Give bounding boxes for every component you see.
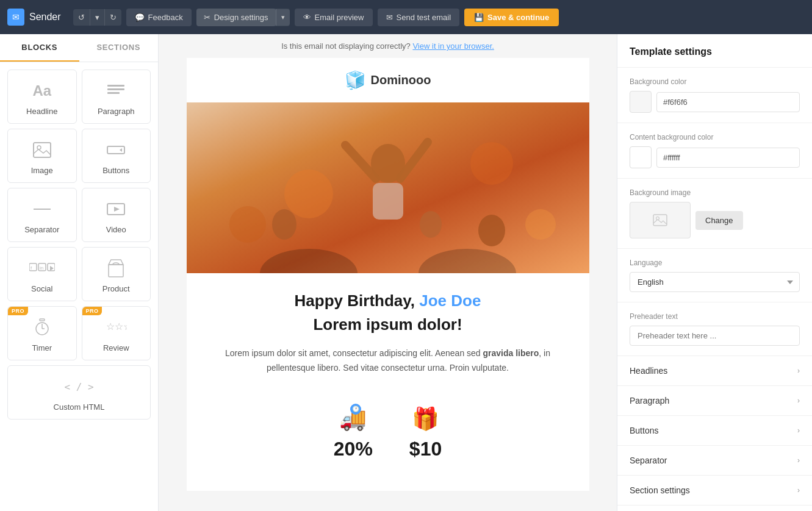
svg-point-4	[37, 146, 41, 149]
block-review[interactable]: PRO ☆☆☆ Review	[82, 306, 151, 360]
block-social[interactable]: f in Social	[7, 247, 77, 301]
svg-rect-1	[107, 88, 124, 90]
pro-badge-review: PRO	[82, 307, 102, 315]
svg-text:f: f	[31, 265, 32, 271]
feedback-label: Feedback	[148, 13, 183, 22]
block-video-label: Video	[106, 225, 126, 234]
pro-badge-timer: PRO	[8, 307, 28, 315]
chevron-right-icon-buttons: ›	[797, 426, 800, 435]
custom-html-icon: < / >	[64, 376, 93, 398]
save-continue-button[interactable]: 💾 Save & continue	[464, 9, 559, 26]
send-test-label: Send test email	[397, 13, 451, 22]
headline-icon: Aa	[32, 80, 51, 102]
bg-image-section: Background image Change	[617, 179, 812, 249]
email-title-highlight: Joe Doe	[419, 291, 481, 310]
preheader-input[interactable]	[630, 326, 800, 346]
offer-gift: 🎁 $10	[409, 406, 442, 460]
top-bar-link[interactable]: View it in your browser.	[412, 41, 494, 51]
change-bg-image-button[interactable]: Change	[695, 211, 743, 230]
email-offers: 🚚 🕐 20% 🎁 $10	[211, 394, 565, 473]
block-video[interactable]: Video	[82, 188, 151, 242]
dropdown-button[interactable]: ▾	[90, 9, 105, 26]
email-preview-button[interactable]: 👁 Email preview	[295, 9, 373, 26]
svg-point-33	[420, 211, 442, 238]
block-separator[interactable]: Separator	[7, 188, 77, 242]
bold-text: gravida libero	[483, 348, 539, 358]
left-panel: BLOCKS SECTIONS Aa Headline Paragraph	[0, 34, 159, 511]
separator-icon	[32, 198, 52, 220]
paragraph-icon	[106, 80, 126, 102]
timer-icon	[32, 316, 52, 338]
email-logo-text: Dominooo	[371, 73, 431, 87]
offer-shipping: 🚚 🕐 20%	[334, 406, 373, 460]
accordion-section-settings: Section settings ›	[617, 476, 812, 506]
chevron-right-icon-section-settings: ›	[797, 486, 800, 495]
svg-marker-9	[114, 207, 120, 212]
logo-icon: ✉	[7, 9, 24, 26]
language-select[interactable]: English Spanish French German	[630, 272, 800, 292]
accordion-section-settings-header[interactable]: Section settings ›	[617, 476, 812, 505]
block-buttons[interactable]: Buttons	[82, 129, 151, 183]
send-test-button[interactable]: ✉ Send test email	[378, 9, 460, 26]
logo-cube-icon: 🧊	[345, 70, 366, 90]
chevron-down-icon: ▾	[95, 13, 99, 22]
undo-button[interactable]: ↺	[73, 9, 90, 26]
background-color-section: Background color	[617, 68, 812, 123]
block-image-label: Image	[31, 166, 53, 175]
preheader-label: Preheader text	[630, 312, 800, 321]
block-paragraph[interactable]: Paragraph	[82, 70, 151, 124]
bg-image-label: Background image	[630, 188, 800, 197]
email-hero-image	[187, 102, 589, 273]
svg-point-32	[478, 215, 505, 246]
accordion-buttons-label: Buttons	[630, 426, 658, 435]
email-logo: 🧊 Dominooo	[199, 70, 577, 90]
top-bar-text: Is this email not displaying correctly?	[281, 41, 412, 51]
chevron-right-icon-separator: ›	[797, 456, 800, 465]
email-subtitle: Lorem ipsum dolor!	[211, 315, 565, 334]
block-custom-html[interactable]: < / > Custom HTML	[7, 365, 151, 420]
tab-sections[interactable]: SECTIONS	[79, 34, 159, 62]
block-product[interactable]: Product	[82, 247, 151, 301]
bg-color-swatch[interactable]	[630, 91, 652, 113]
email-header: 🧊 Dominooo	[187, 58, 589, 102]
email-title-part1: Happy Birthday,	[295, 291, 420, 310]
change-btn-label: Change	[705, 216, 733, 225]
accordion-paragraph-header[interactable]: Paragraph ›	[617, 386, 812, 415]
app-logo: ✉ Sender	[7, 9, 61, 26]
feedback-button[interactable]: 💬 Feedback	[126, 9, 192, 26]
content-bg-input[interactable]	[656, 148, 800, 168]
block-image[interactable]: Image	[7, 129, 77, 183]
design-settings-button[interactable]: ✂ Design settings	[196, 9, 276, 26]
email-canvas: 🧊 Dominooo	[187, 58, 589, 491]
email-preview-label: Email preview	[315, 13, 364, 22]
video-icon	[106, 198, 126, 220]
right-panel: Template settings Background color Conte…	[617, 34, 812, 511]
tab-blocks[interactable]: BLOCKS	[0, 34, 79, 62]
block-headline-label: Headline	[26, 107, 57, 116]
content-bg-swatch[interactable]	[630, 146, 652, 168]
svg-rect-18	[40, 319, 45, 321]
redo-button[interactable]: ↻	[105, 9, 121, 26]
logo-symbol: ✉	[12, 12, 20, 22]
bg-color-row	[630, 91, 800, 113]
canvas-top-bar: Is this email not displaying correctly? …	[159, 34, 617, 58]
accordion-separator: Separator ›	[617, 446, 812, 476]
accordion-headlines-header[interactable]: Headlines ›	[617, 356, 812, 385]
svg-rect-26	[373, 183, 403, 220]
undo-redo-group: ↺ ▾ ↻	[73, 9, 121, 26]
accordion-paragraph-label: Paragraph	[630, 396, 669, 406]
design-settings-dropdown[interactable]: ▾	[276, 9, 290, 26]
svg-rect-2	[107, 92, 120, 94]
accordion-separator-label: Separator	[630, 456, 667, 465]
accordion-buttons: Buttons ›	[617, 416, 812, 446]
block-headline[interactable]: Aa Headline	[7, 70, 77, 124]
hero-svg	[187, 102, 589, 273]
svg-marker-6	[120, 148, 122, 152]
bg-image-row: Change	[630, 202, 800, 238]
content-bg-section: Content background color	[617, 123, 812, 179]
bg-color-input[interactable]	[656, 92, 800, 112]
accordion-separator-header[interactable]: Separator ›	[617, 446, 812, 475]
accordion-buttons-header[interactable]: Buttons ›	[617, 416, 812, 445]
block-timer[interactable]: PRO Timer	[7, 306, 77, 360]
image-icon	[32, 139, 52, 161]
